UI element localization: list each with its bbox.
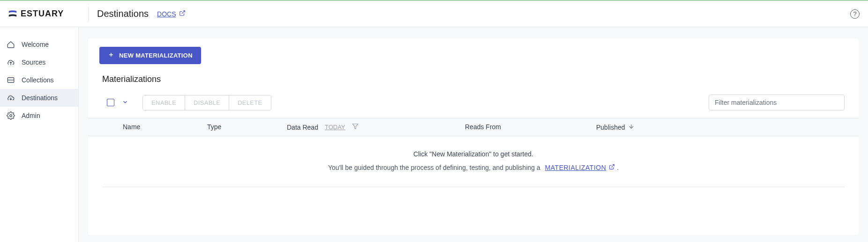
content-card: NEW MATERIALIZATION Materializations ENA… — [88, 38, 859, 235]
empty-desc-suffix: . — [617, 164, 619, 171]
sidebar-item-admin[interactable]: Admin — [0, 107, 78, 125]
sort-descending-icon — [628, 123, 635, 131]
empty-state: Click "New Materialization" to get start… — [102, 136, 845, 187]
materialization-docs-link[interactable]: MATERIALIZATION — [545, 162, 615, 173]
docs-link[interactable]: DOCS — [157, 10, 185, 18]
materialization-link-label: MATERIALIZATION — [545, 162, 606, 173]
estuary-logo-icon — [7, 9, 18, 19]
sidebar-item-collections[interactable]: Collections — [0, 71, 78, 89]
empty-state-description: You'll be guided through the process of … — [102, 162, 845, 173]
svg-marker-8 — [352, 124, 358, 129]
data-read-label: Data Read — [287, 124, 318, 131]
header-divider — [88, 7, 89, 22]
gear-icon — [7, 111, 15, 120]
new-materialization-button[interactable]: NEW MATERIALIZATION — [99, 47, 201, 64]
sidebar: Welcome Sources — [0, 27, 79, 242]
logo[interactable]: ESTUARY — [7, 9, 64, 19]
external-link-icon — [179, 10, 186, 18]
sidebar-item-label: Collections — [22, 76, 53, 84]
sidebar-item-destinations[interactable]: Destinations — [0, 89, 78, 107]
published-label: Published — [596, 124, 625, 131]
column-header-published[interactable]: Published — [596, 123, 635, 131]
column-header-reads-from[interactable]: Reads From — [465, 123, 596, 131]
new-button-label: NEW MATERIALIZATION — [119, 52, 193, 59]
section-title: Materializations — [102, 74, 859, 84]
sidebar-item-welcome[interactable]: Welcome — [0, 36, 78, 53]
empty-state-title: Click "New Materialization" to get start… — [102, 150, 845, 158]
data-read-period[interactable]: TODAY — [325, 124, 345, 131]
header: ESTUARY Destinations DOCS ? — [0, 1, 868, 27]
logo-section: ESTUARY — [7, 9, 86, 19]
empty-desc-prefix: You'll be guided through the process of … — [328, 164, 540, 171]
table-header: Name Type Data Read TODAY Reads From P — [88, 118, 859, 136]
select-all-checkbox[interactable] — [107, 99, 114, 106]
delete-button[interactable]: DELETE — [229, 95, 270, 110]
help-icon[interactable]: ? — [850, 9, 860, 19]
column-header-data-read[interactable]: Data Read TODAY — [287, 123, 465, 131]
app-root: ESTUARY Destinations DOCS ? — [0, 0, 868, 242]
sidebar-item-label: Destinations — [22, 94, 58, 102]
filter-icon[interactable] — [352, 123, 359, 131]
bulk-action-buttons: ENABLE DISABLE DELETE — [142, 95, 271, 110]
sidebar-item-sources[interactable]: Sources — [0, 53, 78, 71]
external-link-icon — [609, 162, 615, 173]
database-icon — [7, 76, 15, 84]
chevron-down-icon[interactable] — [122, 99, 128, 107]
svg-point-5 — [10, 115, 12, 117]
svg-line-10 — [612, 165, 614, 168]
cloud-upload-icon — [7, 58, 15, 66]
home-icon — [7, 40, 15, 49]
toolbar: ENABLE DISABLE DELETE — [88, 95, 859, 110]
svg-line-0 — [181, 11, 184, 14]
cloud-download-icon — [7, 94, 15, 102]
sidebar-item-label: Sources — [22, 59, 45, 66]
sidebar-item-label: Welcome — [22, 41, 49, 48]
sidebar-item-label: Admin — [22, 112, 40, 119]
body: Welcome Sources — [0, 27, 868, 242]
disable-button[interactable]: DISABLE — [185, 95, 229, 110]
column-header-name[interactable]: Name — [123, 123, 207, 131]
docs-link-label: DOCS — [157, 10, 176, 18]
column-header-type[interactable]: Type — [207, 123, 287, 131]
page-title: Destinations — [97, 8, 149, 19]
plus-icon — [108, 51, 114, 59]
enable-button[interactable]: ENABLE — [143, 95, 185, 110]
filter-input[interactable] — [709, 95, 845, 110]
main-content: NEW MATERIALIZATION Materializations ENA… — [79, 27, 868, 242]
logo-text: ESTUARY — [21, 9, 64, 19]
